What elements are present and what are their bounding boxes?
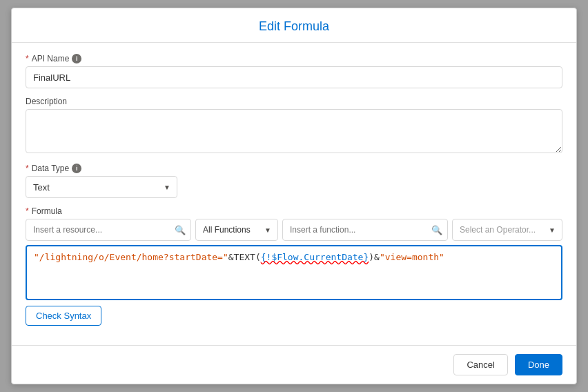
formula-toolbar: 🔍 All Functions ▼ 🔍 — [26, 219, 562, 241]
functions-select[interactable]: All Functions — [195, 219, 278, 241]
modal-footer: Cancel Done — [12, 345, 576, 384]
formula-section: * Formula 🔍 All Functions ▼ — [26, 206, 562, 326]
modal-overlay: Edit Formula * API Name i Description — [0, 0, 588, 392]
formula-ampersand-1: & — [228, 252, 234, 262]
check-syntax-button[interactable]: Check Syntax — [26, 306, 101, 326]
data-type-field-group: * Data Type i Text Number Currency Date … — [26, 164, 562, 198]
cancel-button[interactable]: Cancel — [453, 354, 507, 375]
resource-search-wrapper: 🔍 — [26, 219, 191, 241]
data-type-select[interactable]: Text Number Currency Date Boolean — [26, 176, 177, 198]
api-name-label-text: API Name — [32, 54, 70, 63]
description-textarea[interactable] — [26, 109, 562, 153]
modal-title: Edit Formula — [259, 19, 329, 33]
operator-select[interactable]: Select an Operator... — [452, 219, 562, 241]
api-name-label: * API Name i — [26, 54, 562, 63]
formula-ampersand-2: & — [374, 252, 380, 262]
edit-formula-modal: Edit Formula * API Name i Description — [11, 8, 577, 384]
data-type-label: * Data Type i — [26, 164, 562, 173]
api-name-field-group: * API Name i — [26, 54, 562, 88]
description-label: Description — [26, 97, 562, 106]
api-name-required: * — [26, 54, 29, 63]
resource-search-input[interactable] — [26, 219, 191, 241]
function-search-input[interactable] — [282, 219, 448, 241]
formula-editor[interactable]: "/lightning/o/Event/home?startDate="&TEX… — [26, 245, 562, 300]
formula-required: * — [26, 206, 29, 216]
formula-func-close: ) — [369, 252, 374, 262]
formula-var: {!$Flow.CurrentDate} — [261, 252, 369, 262]
formula-func-text: TEXT( — [234, 252, 261, 262]
formula-label: * Formula — [26, 206, 562, 216]
operator-select-wrapper: Select an Operator... ▼ — [452, 219, 562, 241]
description-field-group: Description — [26, 97, 562, 155]
description-label-text: Description — [26, 97, 67, 106]
data-type-select-wrapper: Text Number Currency Date Boolean ▼ — [26, 176, 177, 198]
formula-string-1: "/lightning/o/Event/home?startDate=" — [34, 252, 228, 262]
modal-body: * API Name i Description * Data Type i — [12, 43, 576, 345]
modal-header: Edit Formula — [12, 8, 576, 43]
api-name-input[interactable] — [26, 66, 562, 88]
data-type-info-icon[interactable]: i — [72, 164, 81, 173]
data-type-required: * — [26, 164, 29, 173]
functions-select-wrapper: All Functions ▼ — [195, 219, 278, 241]
formula-string-2: "view=month" — [380, 252, 444, 262]
done-button[interactable]: Done — [515, 354, 562, 375]
function-search-wrapper: 🔍 — [282, 219, 448, 241]
formula-label-text: Formula — [32, 206, 62, 216]
api-name-info-icon[interactable]: i — [72, 54, 81, 63]
data-type-label-text: Data Type — [32, 164, 69, 173]
